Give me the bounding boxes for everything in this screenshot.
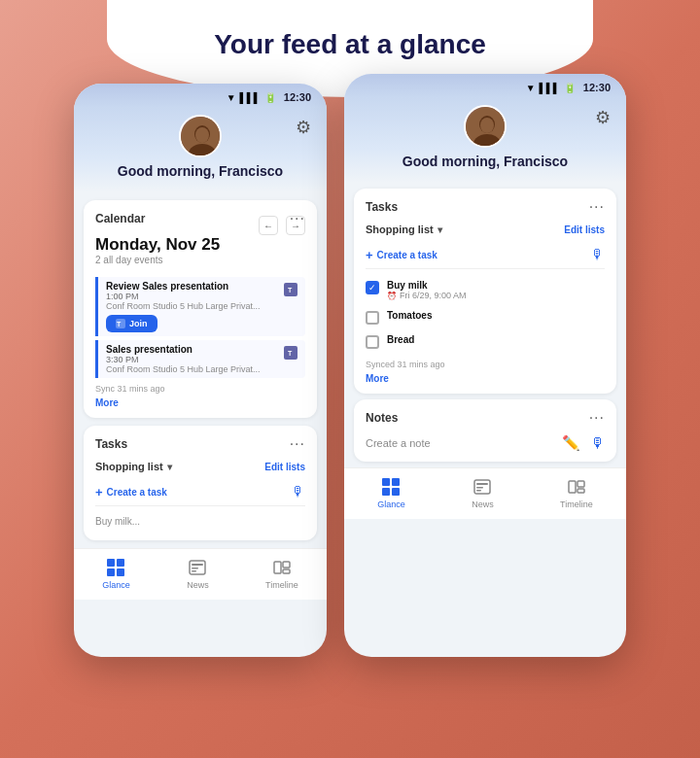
join-button[interactable]: T Join	[106, 315, 158, 332]
wifi-icon-right: ▼	[526, 83, 536, 93]
create-task-row-right: + Create a task 🎙	[366, 241, 605, 269]
notes-card: Notes ··· Create a note ✏️ 🎙	[354, 399, 616, 462]
phone-left: ▼ ▌▌▌ 🔋 12:30 ⚙ Good morning, Francisco	[74, 84, 327, 657]
svg-rect-23	[476, 487, 483, 489]
tasks-more-link-right[interactable]: More	[366, 373, 605, 384]
greeting-right: Good morning, Francisco	[402, 154, 568, 169]
calendar-more-link[interactable]: More	[95, 397, 305, 408]
calendar-navigation: ← →	[259, 216, 305, 235]
timeline-icon-left	[271, 557, 293, 578]
wifi-icon: ▼	[227, 92, 236, 103]
task-text-1: Buy milk	[387, 280, 467, 291]
calendar-sync-text: Sync 31 mins ago	[95, 384, 305, 394]
task-item-1: ✓ Buy milk ⏰ Fri 6/29, 9:00 AM	[366, 275, 605, 305]
svg-rect-25	[569, 481, 576, 493]
notes-card-header: Notes ···	[366, 409, 605, 427]
signal-icon: ▌▌▌	[240, 92, 261, 103]
edit-lists-left[interactable]: Edit lists	[264, 462, 305, 472]
nav-timeline-right[interactable]: Timeline	[560, 476, 593, 509]
battery-icon: 🔋	[264, 92, 276, 103]
svg-rect-26	[578, 481, 584, 487]
event-1-time: 1:00 PM	[106, 292, 261, 301]
tasks-card-header-left: Tasks ···	[95, 435, 305, 453]
create-task-row-left: + Create a task 🎙	[95, 478, 305, 506]
signal-icon-right: ▌▌▌	[540, 83, 560, 93]
event-1-title: Review Sales presentation	[106, 281, 261, 292]
nav-news-right[interactable]: News	[472, 476, 494, 509]
edit-lists-right[interactable]: Edit lists	[564, 224, 605, 235]
phone-content-right: Tasks ··· Shopping list ▾ Edit lists + C…	[344, 183, 626, 467]
tasks-dots-right[interactable]: ···	[589, 198, 605, 216]
calendar-event-2: Sales presentation 3:30 PM Conf Room Stu…	[95, 340, 305, 378]
news-icon-right	[472, 476, 493, 498]
tasks-dropdown-left[interactable]: Shopping list ▾	[95, 461, 172, 472]
notes-title: Notes	[366, 411, 398, 425]
calendar-card: Calendar ··· Monday, Nov 25 2 all day ev…	[84, 200, 317, 418]
create-task-btn-right[interactable]: + Create a task	[366, 248, 438, 262]
teams-badge-2: T	[284, 346, 298, 360]
create-note-text[interactable]: Create a note	[366, 437, 431, 449]
calendar-date-info: Monday, Nov 25 2 all day events	[95, 235, 220, 273]
calendar-date: Monday, Nov 25	[95, 235, 220, 255]
nav-timeline-left[interactable]: Timeline	[265, 557, 298, 590]
task-text-2: Tomatoes	[387, 310, 433, 321]
tasks-sync-text-right: Synced 31 mins ago	[366, 360, 605, 369]
calendar-all-day: 2 all day events	[95, 255, 220, 265]
task-checkbox-1[interactable]: ✓	[366, 281, 379, 294]
tasks-card-left: Tasks ··· Shopping list ▾ Edit lists + C…	[84, 426, 317, 540]
phones-container: ▼ ▌▌▌ 🔋 12:30 ⚙ Good morning, Francisco	[74, 84, 626, 657]
teams-badge-1: T	[284, 283, 298, 296]
task-checkbox-3[interactable]	[366, 335, 379, 349]
svg-rect-12	[192, 568, 198, 569]
nav-glance-label-right: Glance	[377, 500, 405, 509]
task-checkbox-2[interactable]	[366, 311, 379, 325]
task-due-1: ⏰ Fri 6/29, 9:00 AM	[387, 291, 467, 300]
battery-icon-right: 🔋	[564, 83, 576, 93]
status-time-left: 12:30	[284, 91, 311, 103]
mic-icon-right[interactable]: 🎙	[591, 247, 605, 262]
status-time-right: 12:30	[583, 82, 611, 93]
tasks-card-right: Tasks ··· Shopping list ▾ Edit lists + C…	[354, 189, 616, 394]
nav-news-left[interactable]: News	[187, 557, 209, 590]
phone-header-right: ⚙ Good morning, Francisco	[344, 97, 626, 183]
phone-content-left: Calendar ··· Monday, Nov 25 2 all day ev…	[74, 192, 327, 548]
phone-header-left: ⚙ Good morning, Francisco	[74, 107, 327, 192]
tasks-dropdown-right[interactable]: Shopping list ▾	[366, 224, 442, 235]
gear-icon-left[interactable]: ⚙	[296, 117, 311, 138]
svg-text:T: T	[117, 321, 122, 327]
tasks-title-right: Tasks	[366, 200, 398, 214]
pencil-icon[interactable]: ✏️	[562, 434, 580, 452]
svg-point-3	[195, 127, 209, 143]
svg-rect-16	[283, 569, 290, 573]
create-task-btn-left[interactable]: + Create a task	[95, 485, 167, 500]
nav-news-label-right: News	[472, 500, 494, 509]
page-title: Your feed at a glance	[214, 29, 486, 60]
calendar-date-row: Monday, Nov 25 2 all day events ← →	[95, 235, 305, 273]
timeline-icon-right	[566, 476, 587, 498]
nav-glance-right[interactable]: Glance	[377, 476, 405, 509]
mic-icon-notes[interactable]: 🎙	[590, 434, 605, 452]
tasks-card-header-right: Tasks ···	[366, 198, 605, 216]
calendar-title: Calendar	[95, 212, 145, 225]
note-create-row: Create a note ✏️ 🎙	[366, 434, 605, 452]
bottom-nav-right: Glance News Timeline	[344, 467, 626, 519]
svg-rect-11	[192, 564, 203, 566]
gear-icon-right[interactable]: ⚙	[595, 107, 611, 128]
calendar-next-btn[interactable]: →	[286, 216, 305, 235]
svg-rect-24	[476, 490, 481, 492]
task-item-2: Tomatoes	[366, 305, 605, 329]
calendar-prev-btn[interactable]: ←	[259, 216, 278, 235]
note-icons: ✏️ 🎙	[562, 434, 605, 452]
nav-timeline-label-left: Timeline	[265, 580, 298, 590]
nav-glance-left[interactable]: Glance	[102, 557, 130, 590]
status-bar-right: ▼ ▌▌▌ 🔋 12:30	[344, 74, 626, 97]
svg-rect-22	[476, 483, 488, 485]
greeting-left: Good morning, Francisco	[118, 163, 283, 179]
avatar-left	[179, 115, 222, 157]
task-text-3: Bread	[387, 334, 414, 345]
tasks-dots-left[interactable]: ···	[290, 435, 305, 453]
task-item-3: Bread	[366, 329, 605, 354]
tasks-list-row-right: Shopping list ▾ Edit lists	[366, 224, 605, 235]
notes-dots[interactable]: ···	[589, 409, 605, 427]
mic-icon-left[interactable]: 🎙	[292, 484, 305, 500]
